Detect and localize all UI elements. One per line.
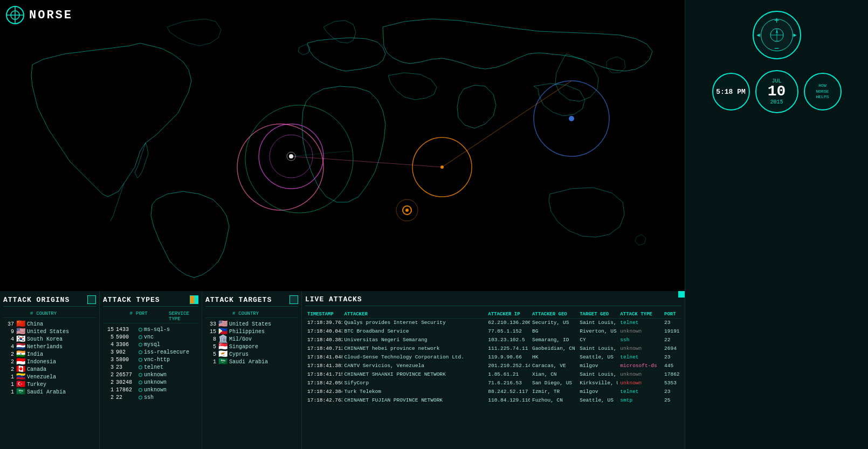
cell-ip: 111.225.74.11 xyxy=(486,344,530,353)
cell-attack-type: ssh xyxy=(618,336,662,344)
cell-target-geo: milgov xyxy=(577,388,618,396)
current-time: 5:18 PM xyxy=(716,88,746,96)
cell-timestamp: 17:18:39.761 xyxy=(305,319,342,327)
cell-target-geo: Kirksville, US xyxy=(577,379,618,388)
list-item: 43306mysql xyxy=(103,341,198,348)
cell-target-geo: CY xyxy=(577,336,618,344)
cell-ip: 103.23.102.5 xyxy=(486,336,530,344)
list-item: 2🇨🇦Canada xyxy=(3,365,96,373)
list-item: 5🇨🇾Cyprus xyxy=(205,350,298,358)
table-row: 17:18:41.381 CANTV Servicios, Venezuela … xyxy=(305,362,681,370)
col-num-label-tgt: # xyxy=(205,311,235,316)
cell-attacker-geo: Izmir, TR xyxy=(530,388,577,396)
cell-ip: 110.84.129.110 xyxy=(486,396,530,405)
col-attack-type: ATTACK TYPE xyxy=(618,310,662,319)
zoom-out-icon[interactable]: − xyxy=(774,44,780,54)
list-item: 35800vnc-http xyxy=(103,356,198,363)
attack-types-section: ATTACK TYPES # PORT SERVICE TYPE 151433m… xyxy=(100,291,202,449)
targets-header: ATTACK TARGETS xyxy=(205,295,298,307)
cell-attack-type: unknown xyxy=(618,379,662,388)
list-item: 4🇰🇷South Korea xyxy=(3,335,96,343)
cell-port: 5353 xyxy=(662,379,681,388)
cell-port: 23 xyxy=(662,319,681,327)
cell-timestamp: 17:18:40.712 xyxy=(305,344,342,353)
svg-rect-4 xyxy=(0,0,685,291)
types-rows: 151433ms-sql-s55900vnc43306mysql3902iss-… xyxy=(103,326,198,401)
cell-ip: 62.210.136.206 xyxy=(486,319,530,327)
svg-point-20 xyxy=(569,116,574,121)
right-panel: + − ◀ ▶ 5:18 PM Jul 10 2015 HOW NORSE HE… xyxy=(685,0,868,449)
types-header: ATTACK TYPES xyxy=(103,295,198,307)
attack-origins-section: ATTACK ORIGINS # COUNTRY 37🇨🇳China9🇺🇸Uni… xyxy=(0,291,100,449)
list-item: 1🇹🇷Turkey xyxy=(3,381,96,388)
types-col-header: # PORT SERVICE TYPE xyxy=(103,311,198,323)
cell-attacker-geo: Xian, CN xyxy=(530,370,577,379)
live-table-header: TIMESTAMP ATTACKER ATTACKER IP ATTACKER … xyxy=(305,310,681,319)
cell-attacker-geo: HK xyxy=(530,353,577,362)
cell-port: 445 xyxy=(662,362,681,370)
list-item: 8🏛️Mil/Gov xyxy=(205,335,298,343)
cell-attacker-geo: Gaobeidian, CN xyxy=(530,344,577,353)
live-attacks-table: TIMESTAMP ATTACKER ATTACKER IP ATTACKER … xyxy=(305,310,681,405)
cell-attacker: Turk Telekom xyxy=(342,388,486,396)
list-item: 1🇸🇦Saudi Arabia xyxy=(205,358,298,365)
cell-attacker-geo: Security, US xyxy=(530,319,577,327)
cell-timestamp: 17:18:41.715 xyxy=(305,370,342,379)
bottom-panel: ATTACK ORIGINS # COUNTRY 37🇨🇳China9🇺🇸Uni… xyxy=(0,291,685,449)
live-attacks-section: LIVE ATTACKS TIMESTAMP ATTACKER ATTACKER… xyxy=(302,291,685,449)
cell-attack-type: telnet xyxy=(618,388,662,396)
origins-header: ATTACK ORIGINS xyxy=(3,295,96,307)
cell-attacker: Cloud-Sense Technology Corporation Ltd. xyxy=(342,353,486,362)
col-port-label: PORT xyxy=(136,311,166,322)
zoom-in-icon[interactable]: + xyxy=(774,16,780,26)
cell-target-geo: Saint Louis, US xyxy=(577,370,618,379)
cell-attacker: Universitas Negeri Semarang xyxy=(342,336,486,344)
pan-right-icon[interactable]: ▶ xyxy=(793,32,796,38)
list-item: 1🇻🇪Venezuela xyxy=(3,373,96,381)
cell-ip: 88.242.52.117 xyxy=(486,388,530,396)
origins-icon xyxy=(87,295,96,304)
cell-attacker: BTC Broadband Service xyxy=(342,327,486,336)
list-item: 2🇮🇩Indonesia xyxy=(3,358,96,365)
list-item: 55900vnc xyxy=(103,333,198,341)
cell-target-geo: Riverton, US xyxy=(577,327,618,336)
types-icon xyxy=(190,295,198,304)
table-row: 17:18:42.050 SifyCorp 71.6.216.53 San Di… xyxy=(305,379,681,388)
cell-ip: 77.85.1.152 xyxy=(486,327,530,336)
col-country-label: COUNTRY xyxy=(36,311,96,316)
cell-port: 2694 xyxy=(662,344,681,353)
svg-point-12 xyxy=(405,209,409,212)
table-row: 17:18:41.048 Cloud-Sense Technology Corp… xyxy=(305,353,681,362)
targets-col-header: # COUNTRY xyxy=(205,311,298,318)
origins-title: ATTACK ORIGINS xyxy=(3,296,70,304)
cell-timestamp: 17:18:41.381 xyxy=(305,362,342,370)
cell-target-geo: milgov xyxy=(577,362,618,370)
types-title: ATTACK TYPES xyxy=(103,296,160,304)
how-norse-helps-widget[interactable]: HOW NORSE HELPS xyxy=(804,73,842,110)
pan-left-icon[interactable]: ◀ xyxy=(757,32,760,38)
cell-attacker-geo: San Diego, US xyxy=(530,379,577,388)
origins-rows: 37🇨🇳China9🇺🇸United States4🇰🇷South Korea4… xyxy=(3,320,96,396)
cell-ip: 201.210.252.14 xyxy=(486,362,530,370)
targets-title: ATTACK TARGETS xyxy=(205,296,272,304)
table-row: 17:18:39.761 Qualys provides Internet Se… xyxy=(305,319,681,327)
live-header: LIVE ATTACKS xyxy=(305,295,681,306)
col-country-label-tgt: COUNTRY xyxy=(238,311,298,316)
svg-point-17 xyxy=(289,154,293,158)
table-row: 17:18:42.384 Turk Telekom 88.242.52.117 … xyxy=(305,388,681,396)
list-item: 226577unknown xyxy=(103,371,198,378)
list-item: 1🇸🇦Saudi Arabia xyxy=(3,388,96,396)
compass-widget[interactable]: + − ◀ ▶ xyxy=(753,11,801,59)
date-widget: Jul 10 2015 xyxy=(755,70,798,113)
table-row: 17:18:42.763 CHINANET FUJIAN PROVINCE NE… xyxy=(305,396,681,405)
cell-attacker: Qualys provides Internet Security xyxy=(342,319,486,327)
attack-targets-section: ATTACK TARGETS # COUNTRY 33🇺🇸United Stat… xyxy=(202,291,302,449)
cell-attack-type: smtp xyxy=(618,396,662,405)
cell-attack-type: unknown xyxy=(618,327,662,336)
table-row: 17:18:40.712 CHINANET hebei province net… xyxy=(305,344,681,353)
col-attacker-ip: ATTACKER IP xyxy=(486,310,530,319)
cell-port: 19191 xyxy=(662,327,681,336)
how-line3: HELPS xyxy=(816,94,829,100)
time-widget: 5:18 PM xyxy=(712,73,750,110)
origins-col-header: # COUNTRY xyxy=(3,311,96,318)
